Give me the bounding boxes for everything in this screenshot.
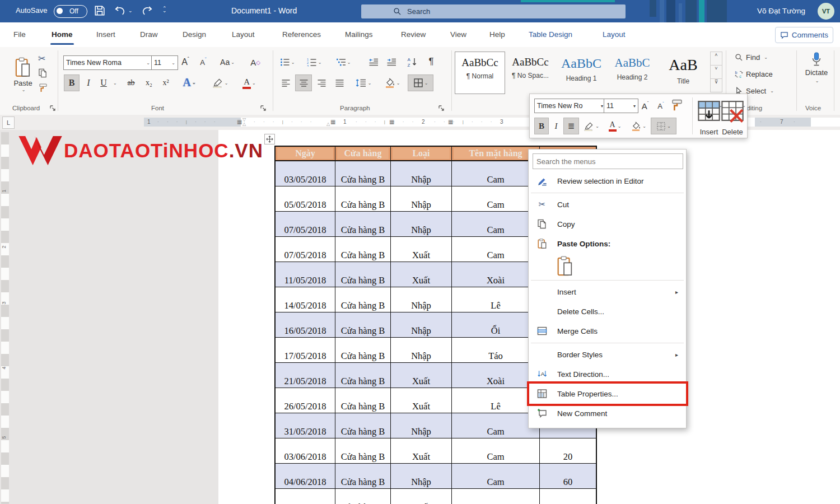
mini-shading-button[interactable]: ⌄: [627, 118, 650, 134]
table-cell[interactable]: 26/05/2018: [275, 388, 335, 413]
font-family-select[interactable]: Times New Roma ⌄: [63, 55, 153, 70]
mini-align-button[interactable]: ≣: [563, 118, 579, 134]
tab-draw[interactable]: Draw: [138, 29, 160, 40]
tab-view[interactable]: View: [448, 29, 469, 40]
table-move-handle-icon[interactable]: [264, 134, 275, 144]
menu-item-merge-cells[interactable]: Merge Cells: [529, 321, 686, 341]
mini-font-color-button[interactable]: A⌄: [604, 118, 626, 134]
table-header-cell[interactable]: Cửa hàng: [335, 146, 391, 161]
table-cell[interactable]: Nhập: [391, 338, 452, 363]
underline-button[interactable]: U: [96, 74, 111, 91]
vertical-ruler[interactable]: 12345: [1, 132, 9, 504]
styles-scroll-up[interactable]: ˄: [710, 52, 722, 66]
table-cell[interactable]: Cửa hàng B: [335, 312, 391, 338]
borders-button[interactable]: ⌄: [408, 74, 433, 91]
styles-scroll-down[interactable]: ˅: [710, 66, 722, 79]
numbering-button[interactable]: 123⌄: [304, 54, 324, 70]
menu-item-delete-cells[interactable]: Delete Cells...: [529, 302, 686, 321]
table-cell[interactable]: 03/05/2018: [275, 161, 335, 186]
grow-font-button[interactable]: Aˆ: [177, 54, 194, 70]
tab-references[interactable]: References: [280, 29, 323, 40]
table-cell[interactable]: Cam: [452, 489, 540, 504]
menu-item-review-selection-in-editor[interactable]: Review selection in Editor: [529, 171, 686, 191]
table-cell[interactable]: 17/05/2018: [275, 338, 335, 363]
table-cell[interactable]: Ổi: [452, 312, 540, 338]
table-cell[interactable]: Xoài: [452, 363, 540, 388]
table-cell[interactable]: Nhập: [391, 161, 452, 186]
mini-format-painter-icon[interactable]: [670, 98, 684, 113]
table-cell[interactable]: Xuất: [391, 388, 452, 413]
line-spacing-button[interactable]: ⌄: [352, 74, 375, 91]
tab-stop-selector[interactable]: L: [2, 116, 15, 129]
change-case-button[interactable]: Aa⌄: [217, 54, 237, 70]
sort-button[interactable]: AZ: [403, 53, 421, 70]
dictate-button[interactable]: Dictate ⌄: [802, 52, 831, 83]
mini-shrink-font-button[interactable]: Aˇ: [653, 98, 669, 114]
tab-review[interactable]: Review: [399, 29, 428, 40]
ruler-column-marker-icon[interactable]: ▦: [448, 119, 453, 125]
table-cell[interactable]: 16/05/2018: [275, 312, 335, 338]
tab-file[interactable]: File: [11, 29, 28, 40]
table-cell[interactable]: 40: [540, 489, 597, 504]
bold-button[interactable]: B: [64, 74, 80, 91]
replace-button[interactable]: bc Replace: [735, 70, 773, 78]
table-cell[interactable]: Cửa hàng B: [335, 186, 391, 212]
mini-delete-button[interactable]: ⌄ Delete: [720, 99, 745, 136]
table-cell[interactable]: Cửa hàng B: [335, 413, 391, 438]
paragraph-dialog-launcher-icon[interactable]: [438, 105, 445, 111]
table-row[interactable]: 04/06/2018Cửa hàng BNhậpCam60: [275, 464, 596, 489]
tab-table-design[interactable]: Table Design: [526, 29, 575, 40]
copy-icon[interactable]: [38, 68, 48, 78]
multilevel-list-button[interactable]: ⌄: [333, 54, 353, 70]
table-header-cell[interactable]: Ngày: [275, 146, 335, 161]
style-heading-1[interactable]: AaBbCHeading 1: [557, 52, 606, 93]
subscript-button[interactable]: x₂: [141, 74, 157, 91]
table-row[interactable]: 08/06/2018Cửa hàng BXuấtCam40: [275, 489, 596, 504]
menu-item-text-direction[interactable]: AText Direction...: [529, 365, 686, 384]
mini-italic-button[interactable]: I: [550, 118, 562, 134]
customize-quick-access-caret[interactable]: ⌄: [162, 8, 167, 13]
menu-item-cut[interactable]: ✂Cut: [529, 195, 686, 214]
format-painter-icon[interactable]: [38, 83, 48, 93]
tab-home[interactable]: Home: [49, 29, 75, 40]
align-center-button[interactable]: [295, 74, 312, 91]
table-cell[interactable]: Xuất: [391, 237, 452, 262]
table-cell[interactable]: 14/05/2018: [275, 287, 335, 312]
undo-icon[interactable]: [114, 5, 126, 16]
table-cell[interactable]: Cửa hàng B: [335, 388, 391, 413]
bullets-button[interactable]: ⌄: [277, 54, 297, 70]
table-cell[interactable]: 31/05/2018: [275, 413, 335, 438]
styles-more-button[interactable]: ⊽: [710, 79, 722, 92]
table-cell[interactable]: Cửa hàng B: [335, 489, 391, 504]
font-dialog-launcher-icon[interactable]: [260, 105, 267, 111]
menu-item-insert[interactable]: Insert▸: [529, 282, 686, 302]
hanging-indent-marker[interactable]: △: [242, 122, 246, 127]
justify-button[interactable]: [331, 74, 348, 91]
tab-design[interactable]: Design: [180, 29, 208, 40]
table-cell[interactable]: Nhập: [391, 413, 452, 438]
align-right-button[interactable]: [313, 74, 330, 91]
table-cell[interactable]: Lê: [452, 287, 540, 312]
style-title[interactable]: AaBTitle: [659, 52, 708, 93]
tab-layout-2[interactable]: Layout: [600, 29, 628, 40]
increase-indent-button[interactable]: [383, 54, 400, 70]
table-cell[interactable]: Nhập: [391, 287, 452, 312]
ruler-column-marker-icon[interactable]: ▦: [330, 119, 335, 125]
highlight-color-button[interactable]: ⌄: [208, 74, 232, 91]
table-cell[interactable]: Cửa hàng B: [335, 287, 391, 312]
table-cell[interactable]: Cam: [452, 438, 540, 464]
table-cell[interactable]: 08/06/2018: [275, 489, 335, 504]
table-cell[interactable]: Cửa hàng B: [335, 262, 391, 287]
table-cell[interactable]: Xuất: [391, 363, 452, 388]
table-cell[interactable]: Cam: [452, 413, 540, 438]
mini-font-size-select[interactable]: 11 ▾: [604, 99, 638, 113]
table-cell[interactable]: Cửa hàng B: [335, 212, 391, 237]
font-color-button[interactable]: A⌄: [237, 74, 261, 91]
save-icon[interactable]: [94, 5, 105, 16]
table-cell[interactable]: Cửa hàng B: [335, 338, 391, 363]
menu-item-table-properties[interactable]: Table Properties...: [529, 384, 686, 404]
table-cell[interactable]: 05/05/2018: [275, 186, 335, 212]
superscript-button[interactable]: x²: [158, 74, 174, 91]
clear-formatting-button[interactable]: A◇: [246, 54, 264, 70]
tab-layout[interactable]: Layout: [230, 29, 257, 40]
